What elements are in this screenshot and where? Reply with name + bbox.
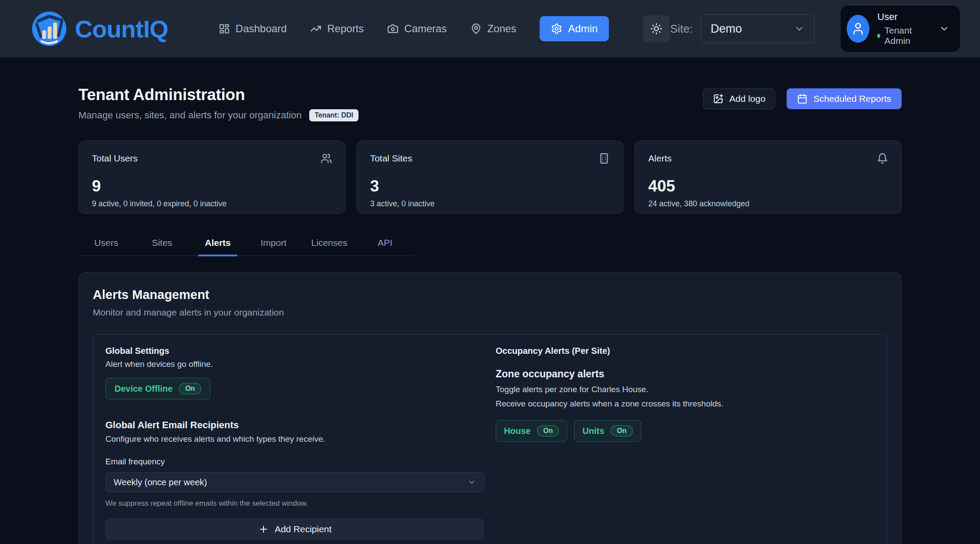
device-offline-toggle[interactable]: Device Offline On: [105, 378, 210, 400]
users-icon: [321, 153, 332, 164]
site-select-value: Demo: [710, 22, 742, 36]
admin-tabs: Users Sites Alerts Import Licenses API: [78, 232, 413, 256]
page-header-text: Tenant Administration Manage users, site…: [78, 86, 358, 121]
alerts-management-subtitle: Monitor and manage alerts in your organi…: [93, 307, 887, 318]
header-actions: Add logo Scheduled Reports: [703, 88, 902, 109]
plus-icon: [258, 524, 269, 534]
theme-toggle-button[interactable]: [643, 15, 670, 42]
gear-icon: [551, 23, 562, 34]
zone-label: Units: [582, 426, 604, 436]
stat-value: 405: [648, 177, 888, 195]
zone-label: House: [504, 426, 531, 436]
user-role: Tenant Admin: [877, 25, 929, 46]
stat-value: 3: [370, 177, 610, 195]
tab-import[interactable]: Import: [246, 232, 301, 255]
zone-state-badge: On: [611, 425, 632, 437]
zone-state-badge: On: [537, 425, 559, 437]
recipients-title: Global Alert Email Recipients: [105, 420, 484, 431]
brand-name: CountIQ: [75, 15, 168, 43]
nav-item-label: Dashboard: [236, 23, 287, 35]
occupancy-alerts-column: Occupancy Alerts (Per Site) Zone occupan…: [496, 346, 875, 544]
nav-item-reports[interactable]: Reports: [310, 23, 364, 35]
alerts-management-card: Alerts Management Monitor and manage ale…: [78, 272, 902, 544]
map-pin-icon: [470, 23, 482, 34]
top-navbar: CountIQ Dashboard Reports Cameras Zones …: [0, 0, 980, 58]
stat-card-head: Total Sites: [370, 153, 610, 164]
stat-detail: 9 active, 0 invited, 0 expired, 0 inacti…: [92, 199, 332, 208]
bell-icon: [877, 153, 888, 164]
scheduled-reports-button[interactable]: Scheduled Reports: [787, 88, 902, 109]
nav-item-label: Reports: [327, 23, 364, 35]
email-frequency-value: Weekly (once per week): [114, 477, 207, 487]
email-frequency-label: Email frequency: [105, 457, 484, 467]
trending-up-icon: [310, 23, 321, 34]
zone-toggle-units[interactable]: Units On: [574, 420, 641, 442]
add-logo-button[interactable]: Add logo: [703, 88, 775, 109]
page-title: Tenant Administration: [78, 86, 358, 104]
countiq-logo-icon: [30, 10, 68, 47]
nav-item-cameras[interactable]: Cameras: [387, 23, 446, 35]
stat-card-total-users: Total Users 9 9 active, 0 invited, 0 exp…: [78, 141, 345, 214]
stat-card-total-sites: Total Sites 3 3 active, 0 inactive: [357, 141, 624, 214]
user-menu[interactable]: User Tenant Admin: [841, 6, 960, 52]
global-settings-title: Global Settings: [105, 346, 484, 356]
zone-toggle-house[interactable]: House On: [496, 420, 567, 442]
primary-nav: Dashboard Reports Cameras Zones Admin: [219, 15, 670, 42]
calendar-icon: [797, 94, 808, 104]
zone-occupancy-heading: Zone occupancy alerts: [496, 368, 875, 380]
online-status-dot: [877, 34, 880, 38]
occupancy-alerts-title: Occupancy Alerts (Per Site): [496, 346, 875, 356]
avatar: [847, 15, 869, 43]
tab-users[interactable]: Users: [78, 232, 134, 255]
user-role-label: Tenant Admin: [884, 25, 929, 46]
nav-item-label: Admin: [568, 23, 598, 35]
nav-item-label: Zones: [487, 23, 517, 35]
stat-value: 9: [92, 177, 332, 195]
sun-icon: [650, 23, 662, 35]
nav-item-zones[interactable]: Zones: [470, 23, 517, 35]
zone-occupancy-line1: Toggle alerts per zone for Charles House…: [496, 385, 875, 394]
stat-title: Alerts: [648, 153, 672, 164]
add-recipient-button[interactable]: Add Recipient: [105, 518, 484, 540]
stat-card-alerts: Alerts 405 24 active, 380 acknowledged: [635, 141, 902, 214]
tab-alerts[interactable]: Alerts: [190, 232, 246, 255]
page-subtitle: Manage users, sites, and alerts for your…: [78, 110, 301, 121]
add-recipient-label: Add Recipient: [275, 524, 332, 534]
zone-toggles: House On Units On: [496, 420, 875, 442]
stat-detail: 24 active, 380 acknowledged: [648, 199, 888, 208]
brand[interactable]: CountIQ: [30, 10, 168, 47]
global-settings-description: Alert when devices go offline.: [105, 359, 484, 369]
site-select[interactable]: Demo: [700, 14, 814, 43]
tab-licenses[interactable]: Licenses: [301, 232, 357, 255]
nav-item-label: Cameras: [404, 23, 446, 35]
nav-item-dashboard[interactable]: Dashboard: [219, 23, 287, 35]
user-name: User: [877, 11, 929, 23]
tab-api[interactable]: API: [357, 232, 413, 255]
global-settings-column: Global Settings Alert when devices go of…: [105, 346, 484, 544]
stat-title: Total Users: [92, 153, 138, 164]
stat-card-head: Total Users: [92, 153, 332, 164]
camera-icon: [387, 23, 399, 34]
image-plus-icon: [713, 94, 723, 104]
nav-item-admin[interactable]: Admin: [540, 16, 609, 41]
page-content: Tenant Administration Manage users, site…: [78, 86, 902, 544]
tab-sites[interactable]: Sites: [134, 232, 190, 255]
site-picker: Site: Demo: [670, 14, 814, 43]
device-offline-state-badge: On: [179, 383, 201, 394]
stats-row: Total Users 9 9 active, 0 invited, 0 exp…: [78, 141, 902, 214]
stat-card-head: Alerts: [648, 153, 888, 164]
email-frequency-select[interactable]: Weekly (once per week): [105, 472, 484, 492]
user-meta: User Tenant Admin: [877, 11, 929, 46]
add-logo-label: Add logo: [729, 94, 765, 104]
dashboard-icon: [219, 23, 230, 34]
recipients-description: Configure who receives alerts and which …: [105, 434, 484, 444]
chevron-down-icon: [794, 24, 804, 34]
alerts-settings-panel: Global Settings Alert when devices go of…: [93, 334, 887, 544]
user-icon: [851, 22, 865, 36]
alerts-management-title: Alerts Management: [93, 288, 887, 302]
page-subtitle-row: Manage users, sites, and alerts for your…: [78, 109, 358, 121]
site-label: Site:: [670, 22, 693, 36]
email-frequency-note: We suppress repeat offline emails within…: [105, 499, 484, 508]
page-header: Tenant Administration Manage users, site…: [78, 86, 902, 121]
stat-detail: 3 active, 0 inactive: [370, 199, 610, 208]
